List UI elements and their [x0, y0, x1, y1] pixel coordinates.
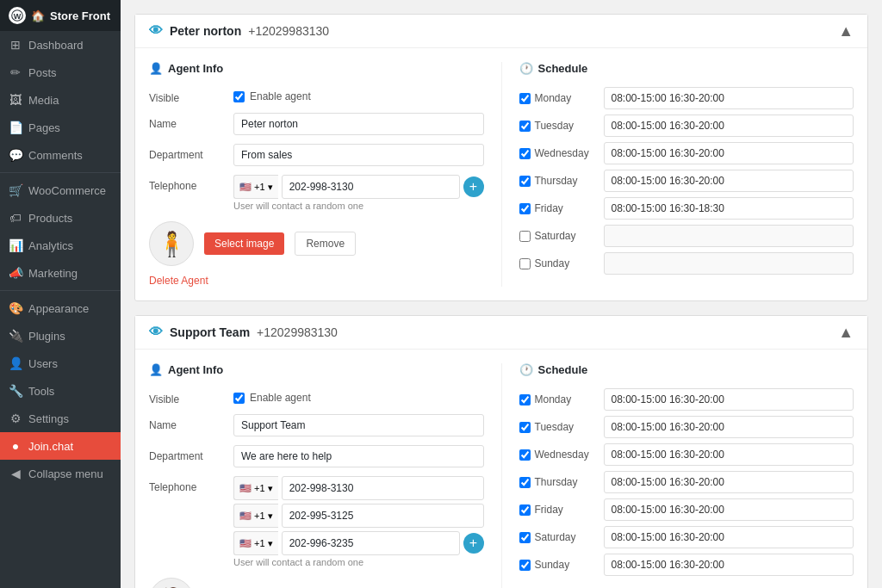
schedule-time-input-1-0[interactable] [604, 388, 854, 411]
name-label-2: Name [149, 414, 227, 431]
phone-input-1[interactable] [282, 175, 460, 199]
schedule-row-0-2: Wednesday [519, 142, 854, 164]
sidebar-item-tools[interactable]: 🔧 Tools [0, 377, 121, 405]
delete-agent-link-1[interactable]: Delete Agent [149, 275, 208, 287]
remove-btn-1[interactable]: Remove [295, 232, 356, 256]
products-icon: 🏷 [9, 211, 22, 225]
collapse-btn-2[interactable]: ▲ [838, 325, 854, 340]
phone-flag-2c[interactable]: 🇺🇸 +1 ▾ [233, 531, 278, 555]
agent-card-2-title: 👁 Support Team +12029983130 [149, 325, 338, 340]
schedule-time-input-1-3[interactable] [604, 471, 854, 493]
schedule-cb-0-3[interactable] [519, 176, 531, 187]
phone-row-2c: 🇺🇸 +1 ▾ + [233, 531, 484, 555]
phone-flag-2a[interactable]: 🇺🇸 +1 ▾ [233, 476, 278, 500]
add-phone-btn-2[interactable]: + [463, 533, 484, 554]
sidebar-item-products[interactable]: 🏷 Products [0, 204, 121, 232]
schedule-time-input-0-0[interactable] [604, 87, 854, 109]
sidebar-item-plugins[interactable]: 🔌 Plugins [0, 322, 121, 350]
schedule-cb-1-6[interactable] [519, 560, 531, 571]
schedule-cb-1-0[interactable] [519, 394, 531, 405]
phone-flag-1[interactable]: 🇺🇸 +1 ▾ [233, 175, 278, 199]
sidebar-item-users[interactable]: 👤 Users [0, 350, 121, 377]
schedule-time-input-1-4[interactable] [604, 498, 854, 521]
schedule-time-input-1-1[interactable] [604, 416, 854, 438]
dept-input-1[interactable] [233, 144, 484, 166]
schedule-cb-0-4[interactable] [519, 203, 531, 214]
agent-1-header-phone: +12029983130 [248, 24, 329, 38]
image-section-1: 🧍 Select image Remove [149, 221, 484, 266]
schedule-time-input-0-2[interactable] [604, 142, 854, 164]
avatar-1: 🧍 [149, 221, 194, 266]
sidebar-item-pages[interactable]: 📄 Pages [0, 114, 121, 141]
sidebar-label-users: Users [28, 357, 58, 370]
sidebar-label-settings: Settings [28, 412, 69, 425]
visible-row-2: Visible Enable agent [149, 388, 484, 405]
visible-row-1: Visible Enable agent [149, 87, 484, 104]
woocommerce-icon: 🛒 [9, 183, 22, 197]
dept-value-2 [233, 445, 484, 467]
enable-agent-checkbox-2[interactable]: Enable agent [233, 388, 484, 404]
schedule-cb-0-2[interactable] [519, 148, 531, 159]
sidebar-item-appearance[interactable]: 🎨 Appearance [0, 294, 121, 322]
sidebar-item-join-chat[interactable]: ● Join.chat [0, 432, 121, 460]
analytics-icon: 📊 [9, 238, 22, 252]
media-icon: 🖼 [9, 93, 22, 107]
collapse-btn-1[interactable]: ▲ [838, 23, 854, 39]
sidebar-item-woocommerce[interactable]: 🛒 WooCommerce [0, 176, 121, 204]
schedule-day-label-0-6: Sunday [535, 257, 570, 269]
schedule-time-input-0-1[interactable] [604, 115, 854, 137]
schedule-time-input-1-2[interactable] [604, 443, 854, 466]
phone-input-2a[interactable] [282, 476, 484, 500]
sidebar-item-posts[interactable]: ✏ Posts [0, 59, 121, 86]
schedule-cb-1-1[interactable] [519, 422, 531, 433]
phone-input-2b[interactable] [282, 504, 484, 528]
sidebar-divider [0, 172, 121, 173]
phone-input-2c[interactable] [282, 531, 460, 555]
sidebar-item-dashboard[interactable]: ⊞ Dashboard [0, 31, 121, 59]
sidebar-label-media: Media [28, 94, 59, 107]
tel-row-1: Telephone 🇺🇸 +1 ▾ + User will contact a … [149, 175, 484, 211]
schedule-time-input-0-4[interactable] [604, 197, 854, 220]
add-phone-btn-1[interactable]: + [463, 176, 484, 197]
enable-agent-input-2[interactable] [233, 393, 245, 404]
schedule-2: 🕐 Schedule MondayTuesdayWednesdayThursda… [502, 363, 854, 588]
schedule-cb-1-4[interactable] [519, 504, 531, 516]
schedule-cb-0-0[interactable] [519, 93, 531, 104]
enable-agent-checkbox-1[interactable]: Enable agent [233, 87, 484, 102]
schedule-time-input-0-3[interactable] [604, 170, 854, 192]
schedule-time-input-0-6[interactable] [604, 252, 854, 275]
phone-flag-2b[interactable]: 🇺🇸 +1 ▾ [233, 504, 278, 528]
visible-label-2: Visible [149, 388, 227, 405]
schedule-cb-1-2[interactable] [519, 449, 531, 461]
schedule-day-0-3: Thursday [519, 175, 597, 187]
select-image-btn-1[interactable]: Select image [204, 232, 284, 255]
sidebar-item-analytics[interactable]: 📊 Analytics [0, 232, 121, 259]
schedule-cb-0-1[interactable] [519, 121, 531, 132]
schedule-cb-0-6[interactable] [519, 258, 531, 269]
schedule-time-input-1-5[interactable] [604, 526, 854, 548]
schedule-title-1: 🕐 Schedule [519, 62, 854, 75]
sidebar-item-marketing[interactable]: 📣 Marketing [0, 259, 121, 287]
name-input-1[interactable] [233, 113, 484, 135]
schedule-day-0-1: Tuesday [519, 120, 597, 132]
name-input-2[interactable] [233, 414, 484, 436]
schedule-time-input-1-6[interactable] [604, 554, 854, 576]
schedule-cb-1-5[interactable] [519, 532, 531, 543]
schedule-cb-0-5[interactable] [519, 231, 531, 242]
dept-input-2[interactable] [233, 445, 484, 467]
sidebar-item-media[interactable]: 🖼 Media [0, 86, 121, 114]
sidebar-item-collapse[interactable]: ◀ Collapse menu [0, 460, 121, 487]
schedule-cb-1-3[interactable] [519, 477, 531, 488]
main-content: 👁 Peter norton +12029983130 ▲ 👤 Agent In… [121, 0, 882, 588]
sidebar-item-settings[interactable]: ⚙ Settings [0, 405, 121, 432]
schedule-day-1-6: Sunday [519, 559, 597, 571]
sidebar-item-comments[interactable]: 💬 Comments [0, 141, 121, 169]
schedule-time-input-0-5[interactable] [604, 225, 854, 247]
schedule-row-0-5: Saturday [519, 225, 854, 247]
person-icon-2: 👤 [149, 363, 163, 376]
schedule-row-1-3: Thursday [519, 471, 854, 493]
agent-2-header-name: Support Team [170, 325, 250, 339]
enable-agent-input-1[interactable] [233, 91, 245, 102]
agent-1-header-name: Peter norton [170, 24, 241, 38]
schedule-row-0-0: Monday [519, 87, 854, 109]
